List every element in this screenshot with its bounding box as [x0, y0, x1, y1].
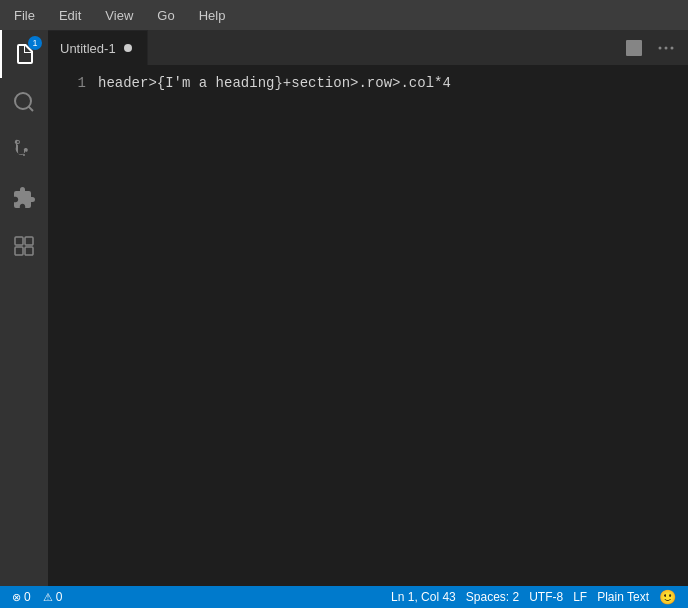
line-ending-text: LF	[573, 590, 587, 604]
menu-help[interactable]: Help	[193, 6, 232, 25]
feedback-smiley[interactable]: 🙂	[655, 586, 680, 608]
errors-status[interactable]: ⊗ 0	[8, 586, 35, 608]
svg-point-0	[15, 93, 31, 109]
encoding[interactable]: UTF-8	[525, 586, 567, 608]
smiley-icon: 🙂	[659, 589, 676, 605]
cursor-position[interactable]: Ln 1, Col 43	[387, 586, 460, 608]
line-ending[interactable]: LF	[569, 586, 591, 608]
menu-bar: File Edit View Go Help	[0, 0, 688, 30]
main-area: 1	[0, 30, 688, 586]
code-area[interactable]: header>{I'm a heading}+section>.row>.col…	[98, 65, 688, 586]
editor-content[interactable]: 1 header>{I'm a heading}+section>.row>.c…	[48, 65, 688, 586]
code-line-1: header>{I'm a heading}+section>.row>.col…	[98, 73, 688, 93]
source-control-activity-icon[interactable]	[0, 126, 48, 174]
menu-file[interactable]: File	[8, 6, 41, 25]
warnings-status[interactable]: ⚠ 0	[39, 586, 67, 608]
files-activity-icon[interactable]: 1	[0, 30, 48, 78]
editor-area: Untitled-1	[48, 30, 688, 586]
svg-line-1	[29, 107, 33, 111]
svg-rect-5	[25, 247, 33, 255]
position-text: Ln 1, Col 43	[391, 590, 456, 604]
search-activity-icon[interactable]	[0, 78, 48, 126]
remote-activity-icon[interactable]	[0, 222, 48, 270]
svg-point-8	[671, 46, 674, 49]
tab-untitled-1[interactable]: Untitled-1	[48, 30, 148, 65]
status-left: ⊗ 0 ⚠ 0	[8, 586, 66, 608]
error-icon: ⊗	[12, 591, 21, 604]
status-right: Ln 1, Col 43 Spaces: 2 UTF-8 LF Plain Te…	[387, 586, 680, 608]
warning-icon: ⚠	[43, 591, 53, 604]
menu-edit[interactable]: Edit	[53, 6, 87, 25]
svg-rect-4	[15, 247, 23, 255]
extensions-activity-icon[interactable]	[0, 174, 48, 222]
line-numbers: 1	[48, 65, 98, 586]
language-mode[interactable]: Plain Text	[593, 586, 653, 608]
tab-actions	[620, 30, 688, 65]
warning-count: 0	[56, 590, 63, 604]
spaces-text: Spaces: 2	[466, 590, 519, 604]
menu-go[interactable]: Go	[151, 6, 180, 25]
language-text: Plain Text	[597, 590, 649, 604]
activity-bar: 1	[0, 30, 48, 586]
tab-modified-dot	[124, 44, 132, 52]
encoding-text: UTF-8	[529, 590, 563, 604]
split-editor-button[interactable]	[620, 34, 648, 62]
svg-rect-2	[15, 237, 23, 245]
indentation[interactable]: Spaces: 2	[462, 586, 523, 608]
status-bar: ⊗ 0 ⚠ 0 Ln 1, Col 43 Spaces: 2 UTF-8 LF …	[0, 586, 688, 608]
files-badge: 1	[28, 36, 42, 50]
svg-point-6	[659, 46, 662, 49]
more-actions-button[interactable]	[652, 34, 680, 62]
tab-title: Untitled-1	[60, 41, 116, 56]
svg-point-7	[665, 46, 668, 49]
menu-view[interactable]: View	[99, 6, 139, 25]
svg-rect-3	[25, 237, 33, 245]
error-count: 0	[24, 590, 31, 604]
line-number-1: 1	[48, 73, 86, 93]
tab-bar: Untitled-1	[48, 30, 688, 65]
